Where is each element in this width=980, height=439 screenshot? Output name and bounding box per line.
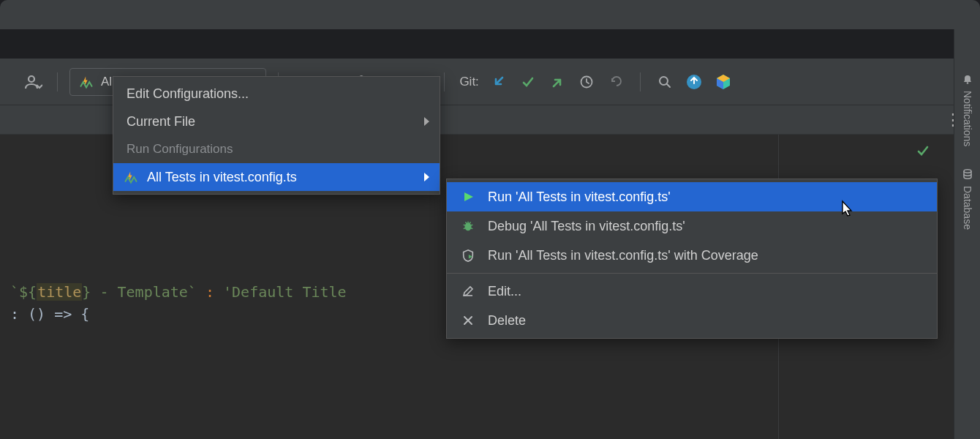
submenu-delete[interactable]: Delete (447, 306, 937, 335)
git-history-button[interactable] (574, 70, 599, 94)
ide-icon[interactable] (711, 70, 736, 94)
submenu-label: Edit... (488, 284, 521, 299)
play-icon (460, 191, 476, 203)
user-icon[interactable] (20, 70, 45, 94)
database-label: Database (962, 186, 973, 230)
menu-edit-configurations[interactable]: Edit Configurations... (113, 80, 440, 108)
svg-point-8 (465, 223, 472, 231)
menu-section-header: Run Configurations (113, 135, 440, 163)
menu-current-file[interactable]: Current File (113, 108, 440, 135)
inspection-ok-icon[interactable] (916, 143, 930, 158)
svg-point-6 (966, 82, 968, 84)
git-rollback-button[interactable] (603, 70, 628, 94)
notifications-tool[interactable]: Notifications (962, 73, 973, 146)
window-titlebar-spacer (0, 0, 980, 29)
run-config-submenu: Run 'All Tests in vitest.config.ts' Debu… (446, 179, 938, 339)
menu-label: All Tests in vitest.config.ts (147, 170, 297, 185)
toolbar-separator (640, 72, 641, 91)
bug-icon (460, 220, 476, 233)
menu-label: Current File (127, 114, 195, 130)
shield-play-icon (460, 249, 476, 262)
submenu-edit[interactable]: Edit... (447, 277, 937, 306)
git-update-button[interactable] (486, 70, 511, 94)
close-icon (460, 315, 476, 326)
menu-header-label: Run Configurations (127, 142, 233, 157)
toolbar-separator (57, 72, 58, 91)
chevron-right-icon (424, 117, 429, 126)
menu-label: Edit Configurations... (127, 86, 249, 102)
submenu-run[interactable]: Run 'All Tests in vitest.config.ts' (447, 182, 937, 211)
database-tool[interactable]: Database (962, 168, 973, 230)
submenu-label: Run 'All Tests in vitest.config.ts' (488, 190, 671, 205)
svg-point-7 (964, 170, 971, 173)
git-label: Git: (459, 75, 478, 89)
right-tool-strip: Notifications Database (954, 29, 980, 439)
git-commit-button[interactable] (516, 70, 540, 94)
submenu-label: Debug 'All Tests in vitest.config.ts' (488, 219, 685, 234)
toolbar-separator (444, 72, 445, 91)
submenu-debug[interactable]: Debug 'All Tests in vitest.config.ts' (447, 211, 937, 241)
pencil-icon (460, 285, 476, 297)
submenu-separator (447, 273, 937, 274)
chevron-right-icon (424, 173, 429, 181)
notifications-label: Notifications (962, 91, 973, 146)
submenu-coverage[interactable]: Run 'All Tests in vitest.config.ts' with… (447, 241, 937, 270)
sync-button[interactable] (682, 70, 706, 94)
vitest-icon (79, 75, 94, 89)
git-push-button[interactable] (545, 70, 570, 94)
search-button[interactable] (652, 70, 677, 94)
vitest-icon (124, 170, 138, 184)
menu-config-item[interactable]: All Tests in vitest.config.ts (113, 163, 440, 191)
submenu-label: Delete (488, 313, 526, 329)
submenu-label: Run 'All Tests in vitest.config.ts' with… (488, 248, 758, 263)
run-config-dropdown: Edit Configurations... Current File Run … (113, 76, 440, 195)
